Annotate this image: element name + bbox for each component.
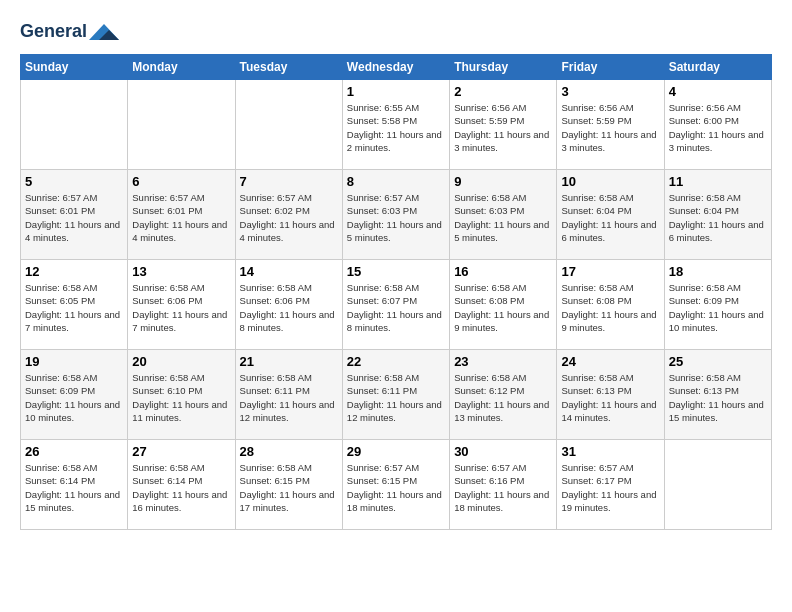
day-number: 25 (669, 354, 767, 369)
day-info: Sunrise: 6:57 AMSunset: 6:01 PMDaylight:… (25, 191, 123, 244)
day-info: Sunrise: 6:55 AMSunset: 5:58 PMDaylight:… (347, 101, 445, 154)
day-info: Sunrise: 6:56 AMSunset: 5:59 PMDaylight:… (454, 101, 552, 154)
day-info: Sunrise: 6:58 AMSunset: 6:09 PMDaylight:… (25, 371, 123, 424)
day-info: Sunrise: 6:58 AMSunset: 6:04 PMDaylight:… (561, 191, 659, 244)
day-number: 22 (347, 354, 445, 369)
calendar-cell: 20Sunrise: 6:58 AMSunset: 6:10 PMDayligh… (128, 350, 235, 440)
day-number: 16 (454, 264, 552, 279)
day-info: Sunrise: 6:58 AMSunset: 6:08 PMDaylight:… (454, 281, 552, 334)
calendar-cell: 17Sunrise: 6:58 AMSunset: 6:08 PMDayligh… (557, 260, 664, 350)
day-number: 8 (347, 174, 445, 189)
day-number: 7 (240, 174, 338, 189)
calendar-cell: 4Sunrise: 6:56 AMSunset: 6:00 PMDaylight… (664, 80, 771, 170)
day-info: Sunrise: 6:57 AMSunset: 6:17 PMDaylight:… (561, 461, 659, 514)
calendar-cell: 28Sunrise: 6:58 AMSunset: 6:15 PMDayligh… (235, 440, 342, 530)
day-number: 27 (132, 444, 230, 459)
day-number: 6 (132, 174, 230, 189)
calendar-cell: 15Sunrise: 6:58 AMSunset: 6:07 PMDayligh… (342, 260, 449, 350)
day-info: Sunrise: 6:57 AMSunset: 6:01 PMDaylight:… (132, 191, 230, 244)
page-header: General (20, 20, 772, 44)
day-number: 9 (454, 174, 552, 189)
calendar-cell: 11Sunrise: 6:58 AMSunset: 6:04 PMDayligh… (664, 170, 771, 260)
day-number: 1 (347, 84, 445, 99)
day-info: Sunrise: 6:56 AMSunset: 6:00 PMDaylight:… (669, 101, 767, 154)
day-info: Sunrise: 6:58 AMSunset: 6:04 PMDaylight:… (669, 191, 767, 244)
day-number: 14 (240, 264, 338, 279)
day-info: Sunrise: 6:58 AMSunset: 6:09 PMDaylight:… (669, 281, 767, 334)
calendar-cell: 2Sunrise: 6:56 AMSunset: 5:59 PMDaylight… (450, 80, 557, 170)
calendar-cell: 23Sunrise: 6:58 AMSunset: 6:12 PMDayligh… (450, 350, 557, 440)
week-row-5: 26Sunrise: 6:58 AMSunset: 6:14 PMDayligh… (21, 440, 772, 530)
day-number: 19 (25, 354, 123, 369)
calendar-cell: 1Sunrise: 6:55 AMSunset: 5:58 PMDaylight… (342, 80, 449, 170)
calendar-cell: 8Sunrise: 6:57 AMSunset: 6:03 PMDaylight… (342, 170, 449, 260)
logo: General (20, 20, 119, 44)
day-number: 21 (240, 354, 338, 369)
calendar-cell: 29Sunrise: 6:57 AMSunset: 6:15 PMDayligh… (342, 440, 449, 530)
day-number: 18 (669, 264, 767, 279)
day-number: 10 (561, 174, 659, 189)
calendar-cell: 13Sunrise: 6:58 AMSunset: 6:06 PMDayligh… (128, 260, 235, 350)
day-info: Sunrise: 6:58 AMSunset: 6:11 PMDaylight:… (347, 371, 445, 424)
calendar-cell: 12Sunrise: 6:58 AMSunset: 6:05 PMDayligh… (21, 260, 128, 350)
calendar-cell (235, 80, 342, 170)
calendar-cell (21, 80, 128, 170)
calendar-cell: 24Sunrise: 6:58 AMSunset: 6:13 PMDayligh… (557, 350, 664, 440)
logo-line1: General (20, 20, 119, 44)
calendar-cell: 21Sunrise: 6:58 AMSunset: 6:11 PMDayligh… (235, 350, 342, 440)
calendar-cell: 9Sunrise: 6:58 AMSunset: 6:03 PMDaylight… (450, 170, 557, 260)
week-row-2: 5Sunrise: 6:57 AMSunset: 6:01 PMDaylight… (21, 170, 772, 260)
calendar-cell: 22Sunrise: 6:58 AMSunset: 6:11 PMDayligh… (342, 350, 449, 440)
day-info: Sunrise: 6:58 AMSunset: 6:13 PMDaylight:… (561, 371, 659, 424)
day-number: 11 (669, 174, 767, 189)
calendar-cell: 5Sunrise: 6:57 AMSunset: 6:01 PMDaylight… (21, 170, 128, 260)
calendar-cell: 3Sunrise: 6:56 AMSunset: 5:59 PMDaylight… (557, 80, 664, 170)
day-number: 30 (454, 444, 552, 459)
calendar-cell: 7Sunrise: 6:57 AMSunset: 6:02 PMDaylight… (235, 170, 342, 260)
week-row-1: 1Sunrise: 6:55 AMSunset: 5:58 PMDaylight… (21, 80, 772, 170)
day-info: Sunrise: 6:58 AMSunset: 6:07 PMDaylight:… (347, 281, 445, 334)
column-header-saturday: Saturday (664, 55, 771, 80)
day-info: Sunrise: 6:57 AMSunset: 6:15 PMDaylight:… (347, 461, 445, 514)
day-info: Sunrise: 6:58 AMSunset: 6:15 PMDaylight:… (240, 461, 338, 514)
day-number: 3 (561, 84, 659, 99)
day-info: Sunrise: 6:58 AMSunset: 6:14 PMDaylight:… (132, 461, 230, 514)
calendar-cell: 18Sunrise: 6:58 AMSunset: 6:09 PMDayligh… (664, 260, 771, 350)
day-info: Sunrise: 6:58 AMSunset: 6:13 PMDaylight:… (669, 371, 767, 424)
calendar-cell: 31Sunrise: 6:57 AMSunset: 6:17 PMDayligh… (557, 440, 664, 530)
calendar-cell: 19Sunrise: 6:58 AMSunset: 6:09 PMDayligh… (21, 350, 128, 440)
day-info: Sunrise: 6:56 AMSunset: 5:59 PMDaylight:… (561, 101, 659, 154)
column-header-friday: Friday (557, 55, 664, 80)
calendar-cell (128, 80, 235, 170)
column-header-sunday: Sunday (21, 55, 128, 80)
day-number: 5 (25, 174, 123, 189)
calendar-cell: 16Sunrise: 6:58 AMSunset: 6:08 PMDayligh… (450, 260, 557, 350)
calendar-cell: 6Sunrise: 6:57 AMSunset: 6:01 PMDaylight… (128, 170, 235, 260)
calendar-cell: 14Sunrise: 6:58 AMSunset: 6:06 PMDayligh… (235, 260, 342, 350)
calendar-cell: 27Sunrise: 6:58 AMSunset: 6:14 PMDayligh… (128, 440, 235, 530)
calendar-cell: 26Sunrise: 6:58 AMSunset: 6:14 PMDayligh… (21, 440, 128, 530)
day-info: Sunrise: 6:58 AMSunset: 6:05 PMDaylight:… (25, 281, 123, 334)
day-number: 26 (25, 444, 123, 459)
week-row-3: 12Sunrise: 6:58 AMSunset: 6:05 PMDayligh… (21, 260, 772, 350)
day-info: Sunrise: 6:58 AMSunset: 6:03 PMDaylight:… (454, 191, 552, 244)
day-number: 28 (240, 444, 338, 459)
day-info: Sunrise: 6:57 AMSunset: 6:03 PMDaylight:… (347, 191, 445, 244)
day-number: 15 (347, 264, 445, 279)
day-number: 29 (347, 444, 445, 459)
day-number: 23 (454, 354, 552, 369)
day-info: Sunrise: 6:57 AMSunset: 6:02 PMDaylight:… (240, 191, 338, 244)
calendar-table: SundayMondayTuesdayWednesdayThursdayFrid… (20, 54, 772, 530)
week-row-4: 19Sunrise: 6:58 AMSunset: 6:09 PMDayligh… (21, 350, 772, 440)
day-info: Sunrise: 6:58 AMSunset: 6:14 PMDaylight:… (25, 461, 123, 514)
day-info: Sunrise: 6:58 AMSunset: 6:06 PMDaylight:… (240, 281, 338, 334)
column-header-thursday: Thursday (450, 55, 557, 80)
day-number: 4 (669, 84, 767, 99)
day-number: 31 (561, 444, 659, 459)
day-number: 2 (454, 84, 552, 99)
day-number: 13 (132, 264, 230, 279)
column-header-tuesday: Tuesday (235, 55, 342, 80)
calendar-cell: 30Sunrise: 6:57 AMSunset: 6:16 PMDayligh… (450, 440, 557, 530)
calendar-cell (664, 440, 771, 530)
day-number: 12 (25, 264, 123, 279)
